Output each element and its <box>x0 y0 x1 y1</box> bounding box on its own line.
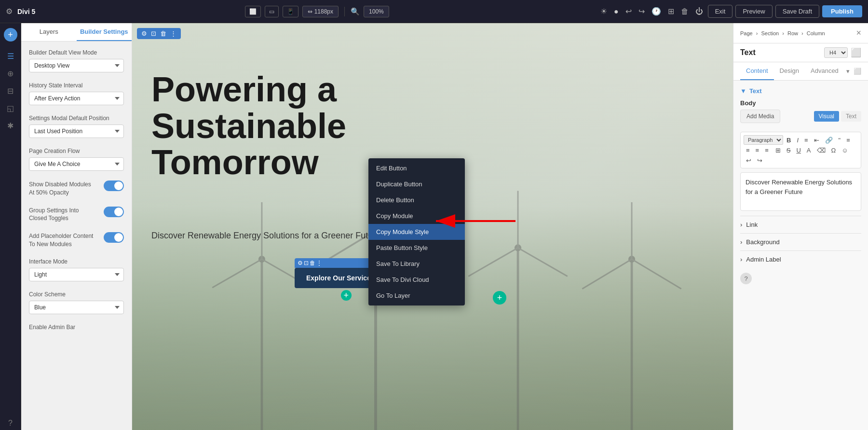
icon-sidebar: + ☰ ⊕ ⊟ ◱ ✱ ? <box>0 23 21 430</box>
add-below-button[interactable]: + <box>341 290 352 301</box>
link-section[interactable]: › Link <box>740 216 861 233</box>
redo-editor-button[interactable]: ↪ <box>755 156 765 165</box>
underline-button[interactable]: U <box>794 146 803 155</box>
context-duplicate-button[interactable]: Duplicate Button <box>368 176 465 192</box>
help-nav-icon[interactable]: ? <box>4 416 17 430</box>
italic-button[interactable]: I <box>794 135 801 145</box>
help-button[interactable]: ? <box>740 273 752 284</box>
align-right-button[interactable]: ≡ <box>753 146 762 155</box>
placeholder-toggle[interactable] <box>104 232 124 243</box>
btn-trash-icon[interactable]: 🗑 <box>310 260 315 266</box>
module-delete-icon[interactable]: 🗑 <box>159 30 168 37</box>
module-settings-icon[interactable]: ⚙ <box>140 30 149 37</box>
align-center-button[interactable]: ≡ <box>744 146 752 155</box>
add-section-button[interactable]: + <box>493 291 506 305</box>
text-section-header[interactable]: ▼ Text <box>740 87 861 95</box>
tab-dropdown-icon[interactable]: ▾ <box>846 68 850 75</box>
trash-icon[interactable]: 🗑 <box>679 7 691 16</box>
tab-builder-settings[interactable]: Builder Settings <box>77 23 132 41</box>
tab-advanced[interactable]: Advanced <box>805 62 844 80</box>
btn-more-icon[interactable]: ⋮ <box>316 260 322 266</box>
layout-icon[interactable]: ⊞ <box>666 7 676 16</box>
link-button[interactable]: 🔗 <box>823 135 835 145</box>
elements-icon[interactable]: ◱ <box>4 101 17 115</box>
power-icon[interactable]: ⏻ <box>693 7 705 16</box>
disabled-modules-toggle[interactable] <box>104 180 124 191</box>
text-tab[interactable]: Text <box>841 111 861 122</box>
gear-icon[interactable]: ⚙ <box>6 7 13 16</box>
context-edit-button[interactable]: Edit Button <box>368 160 465 176</box>
page-flow-select[interactable]: Give Me A Choice <box>29 157 124 171</box>
admin-label-section[interactable]: › Admin Label <box>740 250 861 268</box>
builder-view-select[interactable]: Desktop View <box>29 59 124 72</box>
context-go-to-layer[interactable]: Go To Layer <box>368 288 465 304</box>
svg-line-18 <box>632 259 681 289</box>
module-copy-icon[interactable]: ⊡ <box>149 30 158 37</box>
context-save-library[interactable]: Save To Library <box>368 256 465 272</box>
context-save-divi-cloud[interactable]: Save To Divi Cloud <box>368 272 465 288</box>
align-left-button[interactable]: ≡ <box>844 135 853 145</box>
width-display[interactable]: ⇔ 1188px <box>302 6 339 17</box>
desktop-btn[interactable]: ⬜ <box>245 6 261 17</box>
emoji-button[interactable]: ☺ <box>839 146 850 155</box>
btn-settings-icon[interactable]: ⚙ <box>298 260 303 266</box>
exit-button[interactable]: Exit <box>708 5 733 18</box>
group-settings-toggle[interactable] <box>104 207 124 217</box>
history-select[interactable]: After Every Action <box>29 92 124 105</box>
add-module-button[interactable]: + <box>4 28 17 42</box>
paragraph-select[interactable]: Paragraph <box>744 135 783 145</box>
theme-toggle[interactable]: ● <box>612 7 621 16</box>
context-paste-button-style[interactable]: Paste Button Style <box>368 240 465 256</box>
maximize-icon[interactable]: ⬜ <box>851 47 861 58</box>
color-scheme-select[interactable]: Blue <box>29 301 124 314</box>
module-title: Text <box>740 48 756 57</box>
tab-design[interactable]: Design <box>774 62 805 80</box>
indent-button[interactable]: ⇤ <box>812 135 822 145</box>
bold-button[interactable]: B <box>784 135 793 145</box>
save-draft-button[interactable]: Save Draft <box>775 5 819 18</box>
zoom-display[interactable]: 100% <box>364 6 389 17</box>
tab-content[interactable]: Content <box>740 62 774 80</box>
tablet-btn[interactable]: ▭ <box>265 6 279 17</box>
publish-button[interactable]: Publish <box>822 5 862 17</box>
clear-format-button[interactable]: ⌫ <box>814 146 828 155</box>
list-button[interactable]: ≡ <box>802 135 811 145</box>
table-button[interactable]: ⊞ <box>773 146 783 155</box>
search-nav-icon[interactable]: ⊕ <box>4 67 17 80</box>
sun-icon[interactable]: ☀ <box>598 7 609 16</box>
settings-nav-icon[interactable]: ✱ <box>4 119 17 132</box>
context-delete-button[interactable]: Delete Button <box>368 192 465 208</box>
context-copy-module-style[interactable]: Copy Module Style <box>368 224 465 240</box>
history-icon[interactable]: 🕐 <box>650 7 663 16</box>
module-more-icon[interactable]: ⋮ <box>169 30 178 37</box>
topbar-right: ☀ ● ↩ ↪ 🕐 ⊞ 🗑 ⏻ Exit Preview Save Draft … <box>598 5 862 18</box>
layers-icon[interactable]: ☰ <box>4 49 17 63</box>
interface-mode-select[interactable]: Light <box>29 268 124 281</box>
undo-editor-button[interactable]: ↩ <box>744 156 754 165</box>
mobile-btn[interactable]: 📱 <box>283 6 298 17</box>
background-label: Background <box>746 238 779 246</box>
strikethrough-button[interactable]: S <box>784 146 793 155</box>
align-justify-button[interactable]: ≡ <box>762 146 771 155</box>
tab-layers[interactable]: Layers <box>21 23 77 41</box>
heading-tag-select[interactable]: H4 <box>824 47 848 58</box>
color-button[interactable]: A <box>804 146 814 155</box>
background-section[interactable]: › Background <box>740 233 861 250</box>
tab-expand-icon[interactable]: ⬜ <box>854 68 861 75</box>
link-arrow-icon: › <box>740 221 742 228</box>
special-char-button[interactable]: Ω <box>829 146 839 155</box>
close-panel-button[interactable]: × <box>856 28 861 38</box>
blockquote-button[interactable]: " <box>836 135 843 145</box>
undo-icon[interactable]: ↩ <box>624 7 634 16</box>
search-icon[interactable]: 🔍 <box>351 7 360 16</box>
redo-icon[interactable]: ↪ <box>637 7 647 16</box>
layout-nav-icon[interactable]: ⊟ <box>4 84 17 97</box>
visual-tab[interactable]: Visual <box>814 111 839 122</box>
context-copy-module[interactable]: Copy Module <box>368 208 465 224</box>
modal-position-select[interactable]: Last Used Position <box>29 125 124 138</box>
content-preview[interactable]: Discover Renewable Energy Solutions for … <box>740 172 861 211</box>
svg-line-19 <box>582 259 632 289</box>
add-media-button[interactable]: Add Media <box>740 110 780 123</box>
btn-copy-icon[interactable]: ⊡ <box>304 260 309 266</box>
preview-button[interactable]: Preview <box>735 5 772 18</box>
